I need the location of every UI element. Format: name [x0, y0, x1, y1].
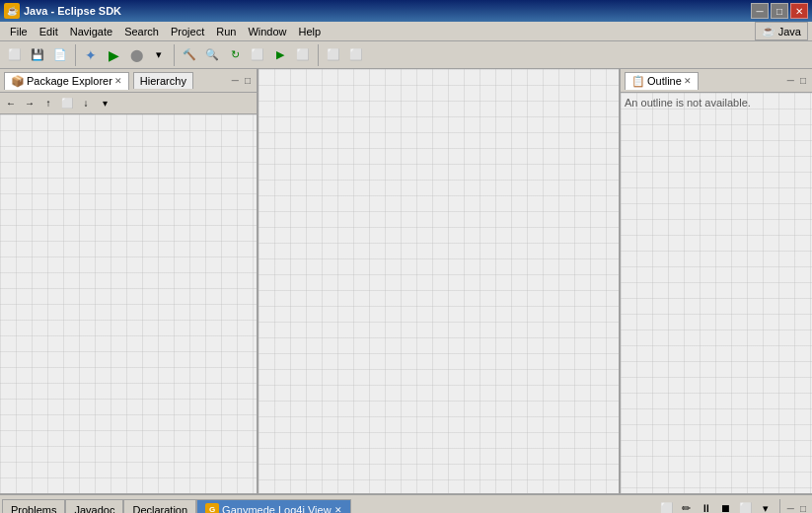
maximize-button[interactable]: □	[771, 3, 788, 19]
toolbar-debug-button[interactable]: ⬤	[125, 44, 147, 66]
toolbar-save-button[interactable]: 📄	[49, 44, 71, 66]
collapse-button[interactable]: ⬜	[58, 95, 76, 112]
package-explorer-icon: 📦	[11, 75, 25, 88]
log4j-icon: G	[205, 503, 219, 514]
tab-package-explorer[interactable]: 📦 Package Explorer ✕	[4, 72, 129, 90]
title-bar: ☕ Java - Eclipse SDK ─ □ ✕	[0, 0, 812, 22]
app-icon: ☕	[4, 3, 20, 19]
view-menu-button[interactable]: ▾	[96, 95, 113, 112]
toolbar-build-button[interactable]: 🔨	[179, 44, 200, 66]
left-panel: 📦 Package Explorer ✕ Hierarchy ─ □ ← → ↑…	[0, 69, 258, 493]
outline-icon: 📋	[631, 75, 645, 88]
bottom-toolbar: ⬜ ✏ ⏸ ⏹ ⬜ ▾ ─ □	[654, 497, 812, 513]
toolbar-open-button[interactable]: 💾	[27, 44, 48, 66]
bottom-btn-1[interactable]: ⬜	[658, 499, 676, 513]
package-explorer-close[interactable]: ✕	[114, 76, 122, 86]
toolbar-run-button[interactable]: ▶	[103, 44, 124, 66]
tab-outline[interactable]: 📋 Outline ✕	[625, 72, 699, 90]
outline-empty-message: An outline is not available.	[625, 97, 751, 109]
tab-javadoc[interactable]: Javadoc	[65, 499, 123, 513]
menu-search[interactable]: Search	[118, 24, 165, 39]
menu-edit[interactable]: Edit	[34, 24, 64, 39]
toolbar-group-4: ⬜ ⬜	[323, 44, 371, 66]
log4j-label: Ganymede Log4j View	[222, 504, 331, 514]
package-explorer-content	[0, 114, 257, 493]
bottom-maximize[interactable]: □	[798, 503, 808, 514]
menu-bar: File Edit Navigate Search Project Run Wi…	[0, 22, 812, 41]
toolbar-run-dropdown[interactable]: ▾	[148, 44, 170, 66]
toolbar-run2-button[interactable]: ▶	[269, 44, 291, 66]
package-explorer-label: Package Explorer	[27, 75, 112, 87]
problems-label: Problems	[11, 504, 56, 514]
main-toolbar: ⬜ 💾 📄 ✦ ▶ ⬤ ▾ 🔨 🔍 ↻ ⬜ ▶ ⬜ ⬜ ⬜	[0, 41, 812, 69]
outline-close[interactable]: ✕	[684, 76, 692, 86]
left-panel-toolbar: ← → ↑ ⬜ ↓ ▾	[0, 93, 257, 114]
right-panel-header: 📋 Outline ✕ ─ □	[621, 69, 812, 93]
left-panel-maximize[interactable]: □	[243, 75, 253, 86]
toolbar-new-button[interactable]: ⬜	[4, 44, 26, 66]
main-container: 📦 Package Explorer ✕ Hierarchy ─ □ ← → ↑…	[0, 69, 812, 493]
toolbar-stop-button[interactable]: ⬜	[292, 44, 314, 66]
outline-label: Outline	[647, 75, 682, 87]
toolbar-extra1-button[interactable]: ⬜	[323, 44, 344, 66]
forward-button[interactable]: →	[21, 95, 38, 112]
bottom-panel: Problems Javadoc Declaration G Ganymede …	[0, 493, 812, 513]
editor-area[interactable]	[258, 69, 619, 493]
bottom-btn-stop[interactable]: ⏹	[717, 499, 735, 513]
perspective-icon: ☕	[762, 25, 775, 37]
toolbar-group-2: ✦ ▶ ⬤ ▾	[80, 44, 175, 66]
tab-declaration[interactable]: Declaration	[123, 499, 196, 513]
perspective-label: Java	[778, 26, 801, 37]
menu-help[interactable]: Help	[293, 24, 328, 39]
menu-run[interactable]: Run	[210, 24, 242, 39]
menu-file[interactable]: File	[4, 24, 34, 39]
right-panel-maximize[interactable]: □	[798, 75, 808, 86]
declaration-label: Declaration	[132, 504, 187, 514]
toolbar-group-1: ⬜ 💾 📄	[4, 44, 76, 66]
minimize-button[interactable]: ─	[751, 3, 769, 19]
bottom-btn-5[interactable]: ⬜	[737, 499, 755, 513]
hierarchy-label: Hierarchy	[140, 75, 186, 87]
bottom-btn-2[interactable]: ✏	[678, 499, 696, 513]
bottom-menu-dropdown[interactable]: ▾	[757, 499, 775, 513]
toolbar-search-button[interactable]: 🔍	[201, 44, 223, 66]
editor-panel	[258, 69, 619, 493]
left-panel-header: 📦 Package Explorer ✕ Hierarchy ─ □	[0, 69, 257, 93]
close-button[interactable]: ✕	[790, 3, 808, 19]
right-panel: 📋 Outline ✕ ─ □ An outline is not availa…	[619, 69, 812, 493]
perspective-button[interactable]: ☕ Java	[755, 22, 808, 40]
tab-problems[interactable]: Problems	[2, 499, 65, 513]
tab-log4j[interactable]: G Ganymede Log4j View ✕	[196, 499, 350, 513]
bottom-separator	[779, 499, 780, 513]
right-panel-minimize[interactable]: ─	[785, 75, 796, 86]
toolbar-group-3: 🔨 🔍 ↻ ⬜ ▶ ⬜	[179, 44, 319, 66]
window-title: Java - Eclipse SDK	[24, 5, 121, 17]
bottom-minimize[interactable]: ─	[785, 503, 796, 514]
log4j-close[interactable]: ✕	[334, 505, 342, 514]
window-controls: ─ □ ✕	[751, 3, 808, 19]
toolbar-refresh-button[interactable]: ↻	[224, 44, 246, 66]
bottom-tabs: Problems Javadoc Declaration G Ganymede …	[0, 495, 353, 513]
menu-project[interactable]: Project	[165, 24, 210, 39]
bottom-btn-pause[interactable]: ⏸	[698, 499, 715, 513]
left-panel-minimize[interactable]: ─	[230, 75, 241, 86]
link-button[interactable]: ↓	[77, 95, 95, 112]
up-button[interactable]: ↑	[39, 95, 57, 112]
outline-content: An outline is not available.	[621, 93, 812, 493]
javadoc-label: Javadoc	[74, 504, 114, 514]
toolbar-extra2-button[interactable]: ⬜	[345, 44, 367, 66]
menu-window[interactable]: Window	[242, 24, 292, 39]
toolbar-refresh2-button[interactable]: ⬜	[247, 44, 268, 66]
toolbar-new-java-button[interactable]: ✦	[80, 44, 102, 66]
menu-navigate[interactable]: Navigate	[64, 24, 118, 39]
tab-hierarchy[interactable]: Hierarchy	[133, 72, 193, 89]
back-button[interactable]: ←	[2, 95, 20, 112]
